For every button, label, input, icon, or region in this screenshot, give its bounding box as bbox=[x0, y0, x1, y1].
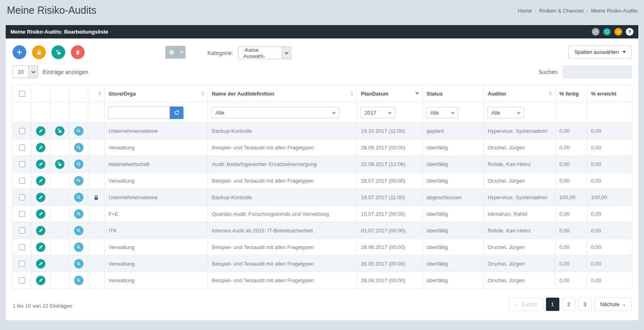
edit-button[interactable] bbox=[36, 226, 45, 235]
row-checkbox[interactable] bbox=[19, 161, 25, 167]
magnifier-icon bbox=[76, 228, 81, 233]
lock-closed-icon bbox=[94, 195, 99, 200]
column-header-plandatum[interactable]: PlanDatum bbox=[357, 85, 422, 103]
pencil-icon bbox=[38, 212, 43, 216]
select-all-checkbox[interactable] bbox=[19, 91, 25, 97]
breadcrumb: Home / Risiken & Chancen / Meine Risiko-… bbox=[518, 8, 638, 14]
store-filter-refresh-button[interactable] bbox=[170, 106, 183, 119]
row-checkbox[interactable] bbox=[19, 261, 25, 267]
sort-icon bbox=[350, 91, 354, 96]
unlock-button[interactable] bbox=[51, 45, 65, 59]
magnifier-icon bbox=[76, 145, 81, 150]
help-icon[interactable]: ? bbox=[626, 28, 633, 36]
lock-button[interactable] bbox=[32, 45, 46, 59]
row-checkbox[interactable] bbox=[19, 228, 25, 234]
page-size-value: 10 bbox=[13, 66, 28, 78]
cell-auditor: Rohde, Karl-Heinz bbox=[484, 222, 555, 239]
edit-button[interactable] bbox=[36, 209, 45, 219]
view-button[interactable] bbox=[74, 276, 83, 285]
pagination-next-button[interactable]: Nächste → bbox=[595, 298, 632, 311]
cell-store: Verwaltung bbox=[104, 255, 208, 272]
column-header-name[interactable]: Name der Auditdefinition bbox=[208, 85, 357, 103]
column-header-status[interactable]: Status bbox=[422, 85, 484, 103]
cell-plandatum: 19.10.2017 (11:00) bbox=[357, 123, 422, 139]
filter-value: Alle bbox=[430, 110, 439, 116]
page-size-select[interactable]: 10 bbox=[13, 66, 38, 78]
view-button[interactable] bbox=[74, 176, 83, 185]
edit-button[interactable] bbox=[36, 126, 45, 136]
refresh-icon[interactable] bbox=[603, 28, 611, 36]
add-button[interactable] bbox=[13, 45, 26, 59]
edit-button[interactable] bbox=[36, 143, 45, 152]
lock-state-column-header[interactable] bbox=[88, 85, 104, 103]
pencil-icon bbox=[38, 278, 43, 283]
row-checkbox[interactable] bbox=[19, 178, 25, 184]
edit-button[interactable] bbox=[36, 193, 45, 202]
row-checkbox[interactable] bbox=[19, 128, 25, 134]
column-header-auditor[interactable]: Auditor bbox=[484, 85, 555, 103]
view-button[interactable] bbox=[74, 126, 83, 136]
edit-button[interactable] bbox=[36, 160, 45, 169]
trash-icon bbox=[75, 50, 80, 55]
row-checkbox[interactable] bbox=[19, 277, 25, 283]
row-unlock-button[interactable] bbox=[55, 160, 64, 169]
action-toolbar bbox=[13, 45, 85, 59]
status-filter-select[interactable]: Alle bbox=[426, 107, 458, 118]
cell-fertig: 0,00 bbox=[555, 222, 587, 239]
pencil-icon bbox=[38, 245, 43, 249]
view-button[interactable] bbox=[74, 209, 83, 219]
breadcrumb-separator: / bbox=[535, 8, 536, 14]
category-select[interactable]: -Keine Auswahl- bbox=[238, 47, 291, 59]
row-checkbox[interactable] bbox=[19, 145, 25, 151]
view-button[interactable] bbox=[74, 143, 83, 152]
refresh-arrow-icon bbox=[605, 30, 609, 34]
view-button[interactable] bbox=[74, 259, 83, 268]
filter-row: Alle 2017 Alle Alle bbox=[13, 103, 632, 123]
cell-status: überfällig bbox=[422, 156, 484, 172]
settings-split-button[interactable] bbox=[165, 46, 186, 59]
edit-button[interactable] bbox=[36, 176, 45, 185]
edit-button[interactable] bbox=[36, 259, 45, 268]
pagination-page-1[interactable]: 1 bbox=[546, 298, 559, 311]
edit-button[interactable] bbox=[36, 243, 45, 252]
auditor-filter-select[interactable]: Alle bbox=[487, 107, 524, 118]
magnifier-icon bbox=[76, 128, 81, 133]
view-button[interactable] bbox=[74, 243, 83, 252]
caret-down-icon bbox=[623, 51, 626, 53]
column-label: Name der Auditdefinition bbox=[212, 91, 274, 97]
row-checkbox[interactable] bbox=[19, 211, 25, 217]
gear-icon bbox=[169, 50, 174, 55]
view-button[interactable] bbox=[74, 226, 83, 235]
breadcrumb-risiken-chancen[interactable]: Risiken & Chancen bbox=[539, 8, 584, 14]
diagonal-arrows-icon bbox=[593, 30, 598, 34]
edit-button[interactable] bbox=[36, 276, 45, 285]
pagination-page-3[interactable]: 3 bbox=[578, 298, 592, 311]
plandatum-filter-select[interactable]: 2017 bbox=[360, 107, 395, 118]
chevron-down-icon bbox=[31, 69, 35, 73]
cell-name: Backup-Kontrolle bbox=[208, 123, 357, 139]
column-header-store[interactable]: Store/Orga bbox=[104, 85, 208, 103]
view-button[interactable] bbox=[74, 160, 83, 169]
cell-erreicht: 0,00 bbox=[587, 206, 632, 222]
cell-fertig: 100,00 bbox=[555, 189, 587, 206]
row-checkbox[interactable] bbox=[19, 244, 25, 250]
search-input[interactable] bbox=[563, 66, 632, 78]
cell-fertig: 0,00 bbox=[555, 272, 587, 289]
cell-store: Verwaltung bbox=[104, 239, 208, 255]
pagination-page-2[interactable]: 2 bbox=[562, 298, 576, 311]
name-filter-select[interactable]: Alle bbox=[211, 107, 339, 118]
breadcrumb-home[interactable]: Home bbox=[518, 8, 532, 14]
table-row: ITK Internes Audit ab 2015: IT-Betriebsi… bbox=[13, 222, 632, 239]
row-unlock-button[interactable] bbox=[55, 126, 64, 136]
pagination-prev-button[interactable]: ← Zurück bbox=[509, 298, 543, 311]
delete-button[interactable] bbox=[71, 45, 85, 59]
row-checkbox[interactable] bbox=[19, 194, 25, 200]
store-filter-input[interactable] bbox=[108, 106, 170, 119]
pencil-icon bbox=[38, 129, 43, 133]
expand-icon[interactable] bbox=[592, 28, 599, 36]
collapse-icon[interactable] bbox=[614, 28, 622, 36]
column-label: Store/Orga bbox=[109, 91, 136, 97]
view-button[interactable] bbox=[74, 193, 83, 202]
minus-icon bbox=[616, 30, 621, 34]
choose-columns-button[interactable]: Spalten auswählen bbox=[568, 45, 632, 59]
